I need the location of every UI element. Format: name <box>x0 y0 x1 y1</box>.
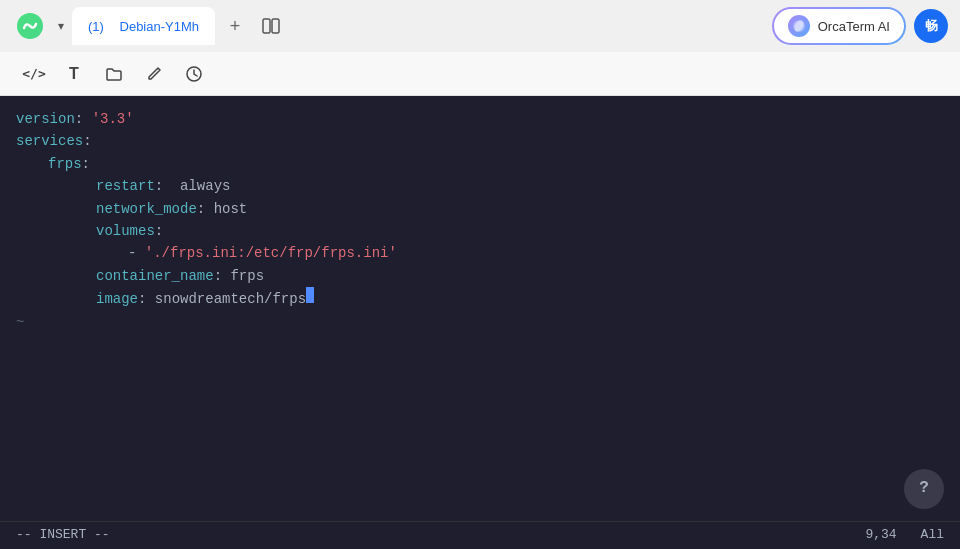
scroll-position: All <box>921 525 944 546</box>
code-line-version: version: '3.3' <box>16 108 944 130</box>
cursor-position: 9,34 <box>865 525 896 546</box>
code-line-volume-entry: - './frps.ini:/etc/frp/frps.ini' <box>16 242 944 264</box>
svg-rect-2 <box>272 19 279 33</box>
add-tab-button[interactable]: + <box>219 10 251 42</box>
status-bar: -- INSERT -- 9,34 All <box>0 521 960 549</box>
orcaterm-label: OrcaTerm AI <box>818 19 890 34</box>
tab-number: (1) <box>88 19 104 34</box>
app-logo[interactable] <box>12 8 48 44</box>
split-view-button[interactable] <box>255 10 287 42</box>
text-toolbar-button[interactable]: T <box>56 56 92 92</box>
code-line-frps: frps: <box>16 153 944 175</box>
app-menu-chevron[interactable]: ▾ <box>58 19 64 33</box>
code-line-image: image: snowdreamtech/frps <box>16 287 944 310</box>
terminal-area[interactable]: version: '3.3' services: frps: restart: … <box>0 96 960 549</box>
text-cursor <box>306 287 314 303</box>
code-line-container-name: container_name: frps <box>16 265 944 287</box>
status-right: 9,34 All <box>865 525 944 546</box>
toolbar: </> T <box>0 52 960 96</box>
tab-bar: (1) Debian-Y1Mh + <box>72 7 764 45</box>
orca-icon <box>788 15 810 37</box>
code-toolbar-button[interactable]: </> <box>16 56 52 92</box>
help-button[interactable]: ? <box>904 469 944 509</box>
code-line-volumes: volumes: <box>16 220 944 242</box>
tilde-line: ~ <box>16 311 944 333</box>
user-avatar[interactable]: 畅 <box>914 9 948 43</box>
code-line-services: services: <box>16 130 944 152</box>
clock-toolbar-button[interactable] <box>176 56 212 92</box>
code-line-restart: restart: always <box>16 175 944 197</box>
titlebar: ▾ (1) Debian-Y1Mh + OrcaTerm AI 畅 <box>0 0 960 52</box>
folder-toolbar-button[interactable] <box>96 56 132 92</box>
tab-name: Debian-Y1Mh <box>120 19 200 34</box>
code-line-network-mode: network_mode: host <box>16 198 944 220</box>
active-tab[interactable]: (1) Debian-Y1Mh <box>72 7 215 45</box>
insert-mode-indicator: -- INSERT -- <box>16 525 110 546</box>
titlebar-right: OrcaTerm AI 畅 <box>772 7 948 45</box>
edit-toolbar-button[interactable] <box>136 56 172 92</box>
orcaterm-button[interactable]: OrcaTerm AI <box>772 7 906 45</box>
svg-rect-1 <box>263 19 270 33</box>
